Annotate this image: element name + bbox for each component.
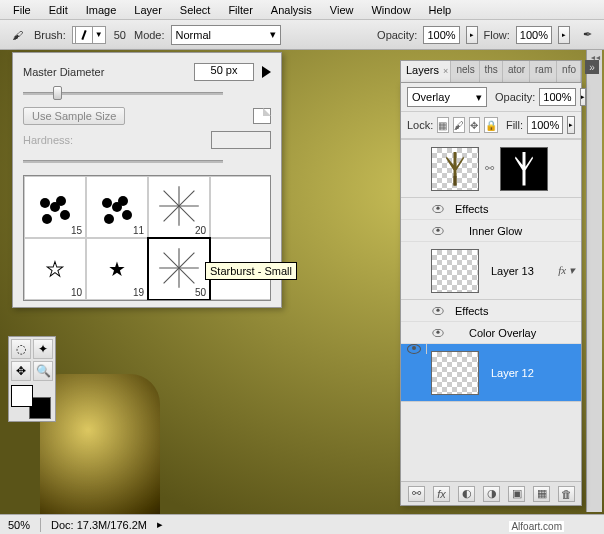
opacity-flyout[interactable]: ▸ [466, 26, 478, 44]
tab-layers[interactable]: Layers× [401, 61, 451, 82]
airbrush-icon[interactable]: ✒ [576, 24, 598, 46]
flyout-menu-icon[interactable] [262, 66, 271, 78]
brush-tool-icon[interactable]: 🖌 [6, 24, 28, 46]
layer-opacity-input[interactable]: 100% [539, 88, 575, 106]
brush-preset[interactable]: 20 [148, 176, 210, 238]
delete-layer-icon[interactable]: 🗑 [558, 486, 575, 502]
visibility-icon[interactable] [407, 344, 421, 354]
new-layer-icon[interactable]: ▦ [533, 486, 550, 502]
chevron-right-icon[interactable]: ▸ [157, 518, 163, 531]
fill-label: Fill: [506, 119, 523, 131]
move-tool-icon[interactable]: ✥ [11, 361, 31, 381]
master-diameter-slider[interactable] [23, 87, 223, 99]
flow-flyout[interactable]: ▸ [558, 26, 570, 44]
layer-mask-icon[interactable]: ◐ [458, 486, 475, 502]
layer-item[interactable]: Layer 12 [401, 344, 581, 402]
menu-file[interactable]: File [4, 2, 40, 18]
menu-image[interactable]: Image [77, 2, 126, 18]
layer-list: ⚯EffectsInner GlowLayer 13fx ▾EffectsCol… [401, 139, 581, 481]
mode-label: Mode: [134, 29, 165, 41]
lock-label: Lock: [407, 119, 433, 131]
watermark: Alfoart.com [509, 521, 564, 532]
brush-preset[interactable]: 11 [86, 176, 148, 238]
layer-item[interactable]: Layer 13fx ▾ [401, 242, 581, 300]
color-swatch[interactable] [11, 385, 51, 419]
zoom-tool-icon[interactable]: 🔍 [33, 361, 53, 381]
collapse-panels-icon[interactable]: » [585, 60, 599, 74]
lock-all-icon[interactable]: 🔒 [484, 117, 498, 133]
hardness-slider [23, 155, 223, 167]
wand-tool-icon[interactable]: ✦ [33, 339, 53, 359]
layer-style-icon[interactable]: fx [433, 486, 450, 502]
flow-label: Flow: [484, 29, 510, 41]
brush-preset[interactable]: 50 [148, 238, 210, 300]
menu-help[interactable]: Help [420, 2, 461, 18]
visibility-icon[interactable] [432, 205, 443, 213]
layer-opacity-flyout[interactable]: ▸ [580, 88, 586, 106]
link-layers-icon[interactable]: ⚯ [408, 486, 425, 502]
layer-item[interactable]: ⚯ [401, 140, 581, 198]
layers-footer: ⚯ fx ◐ ◑ ▣ ▦ 🗑 [401, 481, 581, 505]
toolbox: ◌ ✦ ✥ 🔍 [8, 336, 56, 422]
foreground-color[interactable] [11, 385, 33, 407]
layer-opacity-label: Opacity: [495, 91, 535, 103]
chevron-down-icon: ▾ [270, 28, 276, 41]
use-sample-size-button[interactable]: Use Sample Size [23, 107, 125, 125]
tab-navigator[interactable]: ator [503, 61, 530, 82]
menu-bar: File Edit Image Layer Select Filter Anal… [0, 0, 604, 20]
chevron-down-icon: ▼ [93, 30, 103, 39]
flow-input[interactable]: 100% [516, 26, 552, 44]
menu-view[interactable]: View [321, 2, 363, 18]
fill-flyout[interactable]: ▸ [567, 116, 575, 134]
fill-input[interactable]: 100% [527, 116, 563, 134]
zoom-value[interactable]: 50% [8, 519, 30, 531]
lock-pixels-icon[interactable]: 🖌 [453, 117, 465, 133]
menu-window[interactable]: Window [362, 2, 419, 18]
lock-position-icon[interactable]: ✥ [469, 117, 480, 133]
menu-edit[interactable]: Edit [40, 2, 77, 18]
menu-layer[interactable]: Layer [125, 2, 171, 18]
master-diameter-label: Master Diameter [23, 66, 186, 78]
effects-row[interactable]: Effects [401, 300, 581, 322]
menu-select[interactable]: Select [171, 2, 220, 18]
brush-preset[interactable]: 15 [24, 176, 86, 238]
effect-item[interactable]: Color Overlay [401, 322, 581, 344]
visibility-icon[interactable] [432, 307, 443, 315]
visibility-icon[interactable] [432, 227, 443, 235]
opacity-input[interactable]: 100% [423, 26, 459, 44]
close-icon[interactable]: × [443, 66, 448, 76]
brush-label: Brush: [34, 29, 66, 41]
effect-item[interactable]: Inner Glow [401, 220, 581, 242]
master-diameter-input[interactable]: 50 px [194, 63, 254, 81]
opacity-label: Opacity: [377, 29, 417, 41]
options-bar: 🖌 Brush: ▼ 50 Mode: Normal ▾ Opacity: 10… [0, 20, 604, 50]
lasso-tool-icon[interactable]: ◌ [11, 339, 31, 359]
lock-transparent-icon[interactable]: ▦ [437, 117, 448, 133]
tab-info[interactable]: nfo [557, 61, 581, 82]
tab-paths[interactable]: ths [480, 61, 503, 82]
mode-value: Normal [176, 29, 211, 41]
panel-tabs: Layers× nels ths ator ram nfo [400, 60, 582, 82]
tooltip: Starburst - Small [205, 262, 297, 280]
menu-analysis[interactable]: Analysis [262, 2, 321, 18]
brush-preview-icon [75, 26, 93, 44]
menu-filter[interactable]: Filter [219, 2, 261, 18]
layers-panel: Overlay▾ Opacity: 100% ▸ Lock: ▦ 🖌 ✥ 🔒 F… [400, 82, 582, 506]
visibility-icon[interactable] [432, 329, 443, 337]
brush-preset[interactable]: ★19 [86, 238, 148, 300]
doc-size: Doc: 17.3M/176.2M [51, 519, 147, 531]
tab-histogram[interactable]: ram [530, 61, 557, 82]
hardness-label: Hardness: [23, 134, 203, 146]
adjustment-layer-icon[interactable]: ◑ [483, 486, 500, 502]
brush-preset-picker[interactable]: ▼ [72, 26, 106, 44]
tab-channels[interactable]: nels [451, 61, 479, 82]
blend-mode-select[interactable]: Overlay▾ [407, 87, 487, 107]
brush-preset[interactable] [210, 176, 271, 238]
brush-grid: 151120★10★1950 [23, 175, 271, 301]
brush-preset[interactable]: ★10 [24, 238, 86, 300]
panel-collapse-strip[interactable] [586, 50, 602, 512]
mode-select[interactable]: Normal ▾ [171, 25, 281, 45]
effects-row[interactable]: Effects [401, 198, 581, 220]
new-preset-icon[interactable] [253, 108, 271, 124]
group-icon[interactable]: ▣ [508, 486, 525, 502]
